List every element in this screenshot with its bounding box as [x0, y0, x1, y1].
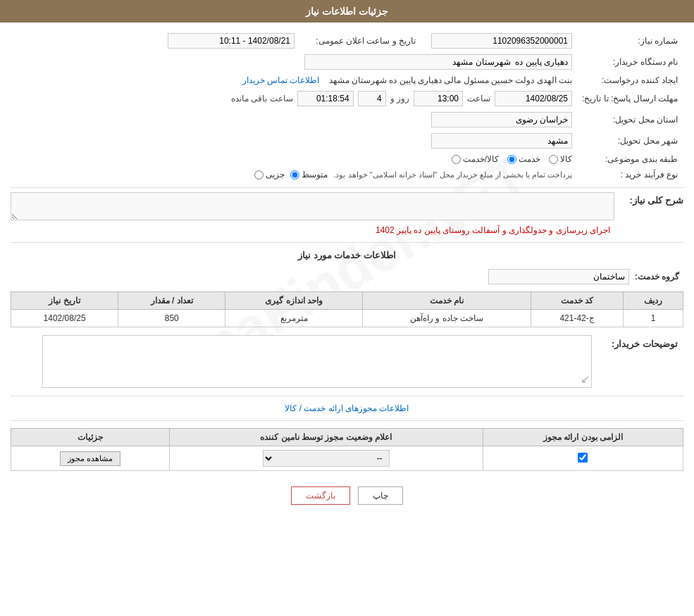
category-khadamat-radio[interactable]: [507, 155, 516, 164]
row-category: طبقه بندی موضوعی: کالا خدمت: [12, 152, 682, 166]
need-desc-section: شرح کلی نیاز: اجرای زیرسازی و جدولگذاری …: [11, 192, 683, 238]
buyer-desc-label: توضیحات خریدار:: [597, 333, 682, 390]
announce-label: تاریخ و ساعت اعلان عمومی:: [300, 31, 420, 51]
page-container: جزئیات اطلاعات نیاز AnaFinder.NET شماره …: [0, 0, 694, 616]
bottom-bar: چاپ بازگشت: [11, 478, 683, 513]
divider-4: [11, 420, 683, 421]
category-kala-khadamat-item: کالا/خدمت: [452, 154, 499, 164]
license-col-required: الزامی بودن ارائه مجوز: [483, 429, 683, 446]
need-number-input: [431, 33, 572, 49]
service-date: 1402/08/25: [11, 310, 118, 327]
city-label: شهر محل تحویل:: [578, 131, 682, 151]
category-khadamat-item: خدمت: [507, 154, 540, 164]
col-qty: تعداد / مقدار: [118, 292, 225, 310]
countdown-row: ساعت روز و ساعت باقی مانده: [16, 91, 572, 106]
divider-1: [11, 187, 683, 188]
back-button[interactable]: بازگشت: [291, 486, 350, 505]
need-desc-wrapper: اجرای زیرسازی و جدولگذاری و آسفالت روستا…: [11, 192, 614, 238]
license-col-detail: جزئیات: [11, 429, 170, 446]
service-group-label: گروه خدمت:: [635, 272, 679, 282]
process-jozi-item: جزیی: [254, 170, 285, 180]
category-kala-radio[interactable]: [549, 155, 558, 164]
city-cell: [12, 131, 576, 151]
send-days-label: روز و: [390, 94, 409, 103]
col-row: ردیف: [624, 292, 683, 310]
buyer-org-label: نام دستگاه خریدار:: [578, 52, 682, 72]
need-number-cell: [421, 31, 576, 51]
service-name: ساخت جاده و راه‌آهن: [363, 310, 531, 327]
row-process-type: نوع فرآیند خرید : پرداخت تمام یا بخشی از…: [12, 168, 682, 182]
requester-label: ایجاد کننده درخواست:: [578, 73, 682, 87]
requester-link[interactable]: اطلاعات تماس خریدار: [242, 75, 320, 85]
service-qty: 850: [118, 310, 225, 327]
print-button[interactable]: چاپ: [358, 486, 403, 505]
license-table-body: -- مشاهده مجوز: [11, 446, 683, 471]
category-kala-khadamat-radio[interactable]: [452, 155, 461, 164]
service-row-num: 1: [624, 310, 683, 327]
process-type-row: پرداخت تمام یا بخشی از مبلغ خریدار محل "…: [16, 170, 572, 180]
city-input: [431, 133, 572, 149]
announce-value-cell: [12, 31, 299, 51]
province-input: [431, 112, 572, 127]
service-unit: مترمربع: [225, 310, 363, 327]
category-khadamat-label: خدمت: [519, 154, 540, 164]
row-need-number: شماره نیاز: تاریخ و ساعت اعلان عمومی:: [12, 31, 682, 51]
requester-value: بنت الهدی دولت حسین مسئول مالی دهیاری پا…: [329, 75, 572, 85]
category-kala-label: کالا: [560, 154, 572, 164]
divider-2: [11, 242, 683, 243]
announce-input: [168, 33, 295, 49]
send-remaining-input: [297, 91, 354, 106]
services-table: ردیف کد خدمت نام خدمت واحد اندازه گیری ت…: [11, 291, 683, 327]
need-number-label: شماره نیاز:: [578, 31, 682, 51]
buyer-desc-box: ↙: [42, 335, 592, 388]
process-motavasset-label: متوسط: [302, 170, 328, 180]
send-time-input: [414, 91, 463, 106]
services-table-body: 1 ج-42-421 ساخت جاده و راه‌آهن مترمربع 8…: [11, 310, 683, 327]
divider-3: [11, 396, 683, 396]
buyer-desc-cell: ↙: [12, 333, 596, 390]
service-code: ج-42-421: [531, 310, 624, 327]
process-jozi-radio[interactable]: [254, 170, 264, 180]
license-table: الزامی بودن ارائه مجوز اعلام وضعیت مجوز …: [11, 428, 683, 471]
process-motavasset-radio[interactable]: [290, 170, 299, 180]
row-requester: ایجاد کننده درخواست: بنت الهدی دولت حسین…: [12, 73, 682, 87]
licenses-section: الزامی بودن ارائه مجوز اعلام وضعیت مجوز …: [11, 428, 683, 471]
category-radio-group: کالا خدمت کالا/خدمت: [16, 154, 572, 164]
services-table-head: ردیف کد خدمت نام خدمت واحد اندازه گیری ت…: [11, 292, 683, 310]
license-status-select[interactable]: --: [263, 450, 390, 467]
process-motavasset-item: متوسط: [290, 170, 328, 180]
process-jozi-label: جزیی: [266, 170, 285, 180]
license-required-checkbox[interactable]: [578, 453, 588, 463]
license-col-status: اعلام وضعیت مجوز توسط نامین کننده: [169, 429, 483, 446]
service-row-1: 1 ج-42-421 ساخت جاده و راه‌آهن مترمربع 8…: [11, 310, 683, 327]
col-code: کد خدمت: [531, 292, 624, 310]
send-date-cell: ساعت روز و ساعت باقی مانده: [12, 89, 576, 108]
row-buyer-desc: توضیحات خریدار: ↙: [12, 333, 682, 390]
province-label: استان محل تحویل:: [578, 110, 682, 130]
category-kala-khadamat-label: کالا/خدمت: [463, 154, 499, 164]
license-status-cell: --: [169, 446, 483, 471]
category-cell: کالا خدمت کالا/خدمت: [12, 152, 576, 166]
need-desc-display: اجرای زیرسازی و جدولگذاری و آسفالت روستا…: [11, 222, 614, 238]
license-detail-button[interactable]: مشاهده مجوز: [60, 451, 120, 466]
send-remaining-label: ساعت باقی مانده: [231, 94, 293, 103]
license-required-cell: [483, 446, 683, 471]
buyer-org-input: [304, 54, 572, 70]
send-days-input: [358, 91, 386, 106]
buyer-desc-section: توضیحات خریدار: ↙: [11, 332, 683, 391]
col-date: تاریخ نیاز: [11, 292, 118, 310]
requester-cell: بنت الهدی دولت حسین مسئول مالی دهیاری پا…: [12, 73, 576, 87]
process-type-label: نوع فرآیند خرید :: [578, 168, 682, 182]
resize-handle-icon: ↙: [581, 372, 590, 386]
row-buyer-org: نام دستگاه خریدار:: [12, 52, 682, 72]
license-row-1: -- مشاهده مجوز: [11, 446, 683, 471]
send-time-label: ساعت: [467, 94, 490, 103]
category-kala-item: کالا: [549, 154, 572, 164]
services-header-row: ردیف کد خدمت نام خدمت واحد اندازه گیری ت…: [11, 292, 683, 310]
main-content: AnaFinder.NET شماره نیاز: تاریخ و ساعت ا…: [0, 23, 694, 520]
col-unit: واحد اندازه گیری: [225, 292, 363, 310]
buyer-org-cell: [12, 52, 576, 72]
license-table-head: الزامی بودن ارائه مجوز اعلام وضعیت مجوز …: [11, 429, 683, 446]
group-service-row: گروه خدمت:: [11, 266, 683, 287]
license-section-link[interactable]: اطلاعات مجوزهای ارائه خدمت / کالا: [11, 401, 683, 416]
